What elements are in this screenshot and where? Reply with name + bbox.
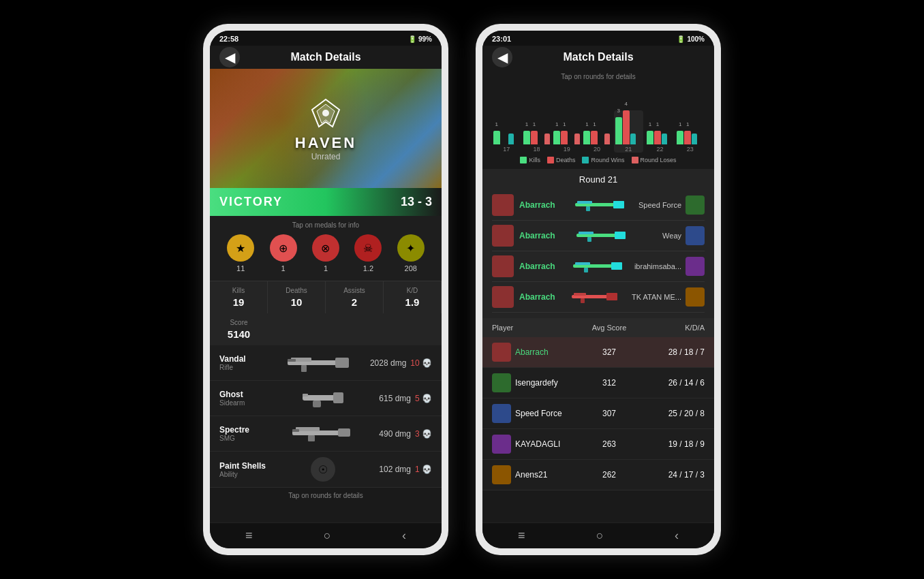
sb-name-anens21: Anens21 (515, 470, 547, 480)
sb-kda-speedforce: 25 / 20 / 8 (636, 409, 705, 418)
map-banner: HAVEN Unrated (210, 69, 442, 188)
legend-deaths-label: Deaths (556, 157, 576, 163)
weapon-type-ghost: Sidearm (219, 399, 267, 407)
sb-row-speedforce[interactable]: Speed Force 307 25 / 20 / 8 (482, 398, 714, 429)
sb-player-abarrach: Abarrach (492, 343, 582, 362)
round-col-17[interactable]: 1 17 (493, 131, 520, 153)
round-num-19: 19 (564, 146, 570, 153)
back-button-2[interactable]: ◀ (492, 47, 512, 67)
kill-count-paintshells: 1 💀 (415, 465, 432, 474)
svg-rect-13 (308, 435, 315, 441)
legend-deaths: Deaths (547, 157, 576, 163)
killed-avatar-rp4 (686, 287, 705, 307)
sb-avatar-speedforce (492, 404, 511, 423)
legend-loses: Round Loses (632, 157, 677, 163)
back-icon-1: ◀ (225, 49, 235, 65)
bar-group-22: 1 1 (647, 131, 673, 144)
bar-group-18: 1 1 (523, 131, 550, 144)
battery-1: 99% (418, 35, 432, 43)
weapon-type-vandal: Rifle (219, 364, 267, 371)
weapon-img-spectre (267, 422, 379, 445)
round-col-19[interactable]: 1 1 19 (553, 131, 580, 153)
nav-back-icon-1[interactable]: ‹ (402, 529, 406, 543)
sb-score-abarrach: 327 (582, 347, 636, 357)
medal-2[interactable]: ⊕ 1 (270, 234, 297, 272)
scoreboard: Player Avg Score K/D/A Abarrach 327 28 /… (482, 318, 714, 490)
medal-score[interactable]: ✦ 208 (397, 234, 425, 272)
sb-row-anens21[interactable]: Anens21 262 24 / 17 / 3 (482, 460, 714, 490)
nav-menu-icon-1[interactable]: ≡ (245, 529, 253, 543)
nav-menu-icon-2[interactable]: ≡ (518, 529, 525, 543)
weapon-type-paintshells: Ability (219, 471, 267, 478)
bar-kills-17 (493, 131, 500, 144)
status-bar-2: 23:01 🔋 100% (482, 31, 714, 46)
medal-circle-score: ✦ (397, 234, 425, 262)
stat-score: Score 5140 (210, 313, 268, 345)
stat-deaths-value: 10 (271, 296, 322, 308)
weapon-dmg-paintshells: 102 dmg (379, 465, 411, 474)
time-1: 22:58 (219, 35, 238, 43)
battery-2: 100% (687, 35, 705, 43)
player-name-rp4: Abarrach (519, 292, 564, 302)
bar-group-20: 1 1 (583, 131, 610, 144)
player-avatar-rp4 (492, 286, 514, 308)
legend-loses-label: Round Loses (641, 157, 677, 163)
sb-row-isengardefy[interactable]: Isengardefy 312 26 / 14 / 6 (482, 368, 714, 398)
round-col-21[interactable]: 3 4 21 (614, 110, 643, 153)
stat-score-label: Score (213, 319, 265, 326)
round-detail-title: Round 21 (492, 174, 705, 185)
top-bar-2: ◀ Match Details (482, 46, 714, 69)
sb-avatar-kayadagli (492, 435, 511, 454)
killed-by-rp1: Speed Force (638, 201, 681, 209)
paintshells-ability-icon: ☉ (311, 457, 335, 482)
svg-rect-14 (292, 429, 299, 432)
sb-avatar-anens21 (492, 465, 511, 484)
weapon-type-spectre: SMG (219, 435, 267, 442)
bar-wins-22 (662, 134, 667, 144)
svg-rect-16 (613, 201, 624, 208)
weapon-row-ghost: Ghost Sidearm 615 dmg 5 💀 (210, 381, 442, 416)
sb-avatar-isengardefy (492, 373, 511, 392)
round-num-22: 22 (657, 146, 664, 153)
bar-loses-20 (604, 134, 610, 144)
sb-player-isengardefy: Isengardefy (492, 373, 582, 392)
nav-home-icon-1[interactable]: ○ (324, 529, 331, 543)
spectre-icon (289, 422, 357, 445)
round-col-23[interactable]: 1 1 23 (677, 131, 703, 153)
map-logo-icon (309, 96, 343, 130)
round-col-18[interactable]: 1 1 18 (523, 131, 550, 153)
stat-assists: Assists 2 (326, 281, 384, 313)
weapon-img-paintshells: ☉ (267, 457, 379, 482)
stat-kd-value: 1.9 (386, 296, 438, 308)
sb-row-kayadagli[interactable]: KAYADAGLI 263 19 / 18 / 9 (482, 429, 714, 460)
player-avatar-rp1 (492, 194, 514, 216)
legend-wins: Round Wins (582, 157, 624, 163)
bar-kills-19 (553, 131, 560, 144)
svg-rect-8 (313, 401, 321, 407)
bar-deaths-22 (654, 131, 661, 144)
killed-avatar-rp2 (686, 226, 705, 245)
stats-row: Kills 19 Deaths 10 Assists 2 K/D 1.9 Sco… (210, 281, 442, 345)
chart-hint: Tap on rounds for details (482, 69, 714, 84)
nav-back-icon-2[interactable]: ‹ (675, 529, 679, 543)
round-player-row-3: Abarrach ibrahimsaba... (492, 251, 705, 282)
svg-rect-18 (586, 206, 590, 211)
round-col-20[interactable]: 1 1 20 (583, 131, 610, 153)
medal-3[interactable]: ⊗ 1 (312, 234, 339, 272)
back-button-1[interactable]: ◀ (219, 47, 240, 67)
round-num-17: 17 (503, 146, 510, 153)
medal-kd[interactable]: ☠ 1.2 (354, 234, 382, 272)
bar-kills-21 (615, 117, 622, 144)
weapon-row-vandal: Vandal Rifle 2028 dmg 10 💀 (210, 345, 442, 381)
weapon-name-col-ghost: Ghost Sidearm (219, 390, 267, 407)
svg-rect-5 (288, 359, 296, 362)
round-col-22[interactable]: 1 1 22 (647, 131, 673, 153)
nav-home-icon-2[interactable]: ○ (596, 529, 604, 543)
sb-score-kayadagli: 263 (582, 439, 636, 449)
round-num-18: 18 (533, 146, 540, 153)
weapon-icon-rp4 (564, 290, 632, 304)
sb-row-abarrach[interactable]: Abarrach 327 28 / 18 / 7 (482, 337, 714, 368)
bar-deaths-19 (561, 131, 568, 144)
medal-kills[interactable]: ★ 11 (227, 234, 254, 272)
weapon-name-paintshells: Paint Shells (219, 461, 267, 471)
